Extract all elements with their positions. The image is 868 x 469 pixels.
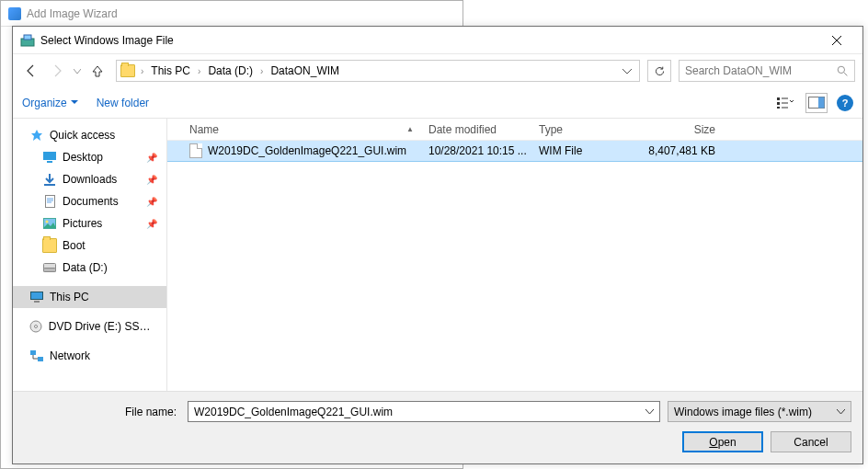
preview-pane-button[interactable]: [805, 93, 828, 113]
search-placeholder: Search DataON_WIM: [685, 64, 831, 77]
chevron-right-icon[interactable]: ›: [258, 66, 265, 76]
star-icon: [29, 128, 44, 143]
sidebar-boot[interactable]: Boot: [13, 234, 166, 257]
sidebar: Quick access Desktop 📌 Downloads 📌 Docum…: [13, 119, 167, 391]
background-title: Add Image Wizard: [27, 7, 118, 20]
column-size[interactable]: Size: [633, 123, 734, 136]
svg-rect-5: [777, 107, 780, 109]
sort-asc-icon: ▲: [406, 125, 414, 133]
network-icon: [29, 349, 44, 363]
download-icon: [42, 172, 57, 187]
svg-rect-7: [818, 97, 825, 109]
column-date[interactable]: Date modified: [421, 123, 531, 136]
pc-icon: [29, 290, 44, 304]
svg-rect-3: [777, 97, 780, 100]
sidebar-dvd[interactable]: DVD Drive (E:) SSS_X6: [13, 315, 166, 337]
dialog-footer: File name: W2019DC_GoldenImageQ221_GUI.w…: [13, 391, 862, 463]
file-dialog: Select Windows Image File › This PC › Da…: [12, 26, 863, 464]
new-folder-button[interactable]: New folder: [97, 97, 149, 109]
svg-rect-10: [45, 196, 54, 208]
filename-input[interactable]: W2019DC_GoldenImageQ221_GUI.wim: [188, 401, 660, 422]
close-button[interactable]: [818, 28, 855, 53]
organize-menu[interactable]: Organize: [22, 97, 78, 109]
view-options-button[interactable]: [774, 93, 796, 113]
svg-rect-4: [777, 102, 780, 105]
background-titlebar: Add Image Wizard: [1, 1, 463, 27]
help-button[interactable]: ?: [837, 95, 853, 111]
pin-icon: 📌: [146, 219, 157, 229]
address-dropdown-icon[interactable]: [619, 64, 635, 77]
file-type-filter[interactable]: Windows image files (*.wim): [668, 401, 851, 422]
chevron-down-icon: [837, 409, 845, 415]
sidebar-desktop[interactable]: Desktop 📌: [13, 146, 166, 168]
disc-icon: [29, 319, 43, 334]
file-size: 8,407,481 KB: [648, 144, 715, 157]
history-dropdown-icon[interactable]: [74, 64, 81, 77]
file-icon: [189, 143, 202, 158]
file-name: W2019DC_GoldenImageQ221_GUI.wim: [208, 144, 406, 157]
pictures-icon: [42, 216, 57, 231]
dialog-title: Select Windows Image File: [40, 34, 174, 47]
filename-label: File name:: [24, 406, 180, 418]
file-type: WIM File: [539, 144, 582, 157]
pin-icon: 📌: [146, 153, 157, 163]
open-button[interactable]: Open: [682, 431, 763, 452]
breadcrumb-2[interactable]: DataON_WIM: [268, 64, 341, 77]
toolbar: Organize New folder ?: [13, 87, 862, 119]
sidebar-data-d[interactable]: Data (D:): [13, 257, 166, 279]
svg-point-18: [35, 326, 38, 328]
document-icon: [42, 194, 57, 209]
chevron-right-icon[interactable]: ›: [139, 66, 145, 76]
sidebar-pictures[interactable]: Pictures 📌: [13, 212, 166, 234]
svg-rect-20: [38, 357, 43, 361]
svg-rect-15: [31, 292, 43, 300]
sidebar-documents[interactable]: Documents 📌: [13, 190, 166, 212]
nav-row: › This PC › Data (D:) › DataON_WIM Searc…: [13, 54, 862, 87]
svg-rect-19: [30, 350, 36, 355]
address-bar[interactable]: › This PC › Data (D:) › DataON_WIM: [116, 60, 640, 82]
breadcrumb-0[interactable]: This PC: [149, 64, 192, 77]
chevron-down-icon[interactable]: [645, 409, 654, 415]
sidebar-this-pc[interactable]: This PC: [13, 286, 166, 308]
pin-icon: 📌: [146, 197, 157, 207]
folder-icon: [120, 64, 135, 77]
dialog-titlebar[interactable]: Select Windows Image File: [13, 27, 862, 54]
sidebar-quick-access[interactable]: Quick access: [13, 124, 166, 146]
desktop-icon: [42, 150, 57, 165]
column-headers: Name ▲ Date modified Type Size: [167, 119, 862, 141]
svg-point-12: [46, 221, 49, 223]
forward-button[interactable]: [46, 60, 68, 82]
refresh-button[interactable]: [647, 60, 671, 82]
breadcrumb-1[interactable]: Data (D:): [206, 64, 255, 77]
up-button[interactable]: [86, 60, 108, 82]
back-button[interactable]: [20, 60, 42, 82]
drive-icon: [42, 260, 57, 275]
pin-icon: 📌: [146, 175, 157, 185]
search-input[interactable]: Search DataON_WIM: [679, 60, 855, 82]
app-icon: [20, 33, 35, 48]
file-row[interactable]: W2019DC_GoldenImageQ221_GUI.wim 10/28/20…: [167, 141, 862, 161]
svg-rect-9: [47, 161, 52, 163]
chevron-right-icon[interactable]: ›: [196, 66, 202, 76]
sidebar-downloads[interactable]: Downloads 📌: [13, 168, 166, 190]
folder-icon: [42, 238, 57, 253]
svg-rect-1: [24, 35, 31, 40]
file-date: 10/28/2021 10:15 ...: [428, 144, 527, 157]
column-name[interactable]: Name ▲: [182, 123, 421, 136]
column-type[interactable]: Type: [531, 123, 633, 136]
sidebar-network[interactable]: Network: [13, 345, 166, 367]
file-list: Name ▲ Date modified Type Size W2019DC_G…: [167, 119, 862, 391]
chevron-down-icon: [71, 100, 78, 105]
cancel-button[interactable]: Cancel: [771, 431, 851, 452]
svg-rect-14: [44, 269, 56, 272]
search-icon: [837, 65, 849, 77]
svg-point-2: [838, 66, 844, 73]
svg-rect-8: [43, 152, 56, 160]
wizard-icon: [8, 7, 21, 20]
svg-rect-16: [34, 301, 40, 303]
